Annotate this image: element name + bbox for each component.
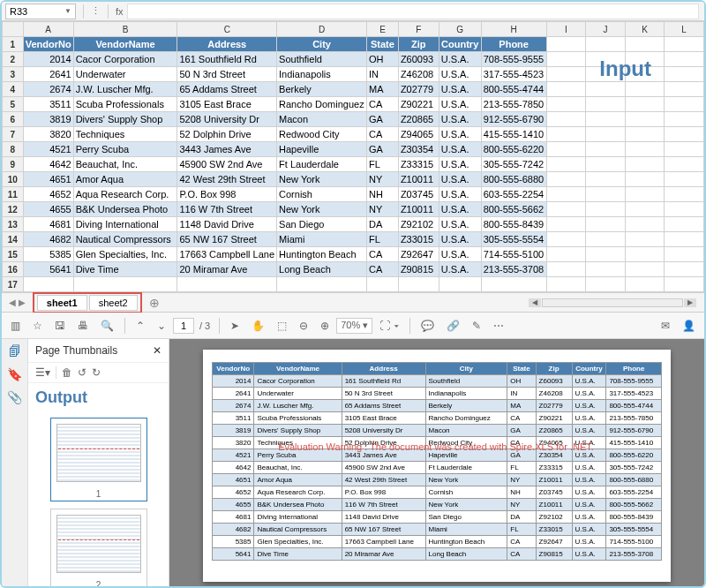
cell[interactable]: 800-555-6220 [481,142,546,157]
horizontal-scrollbar[interactable]: ◀ ▶ [528,298,704,307]
cell[interactable]: Z92647 [398,247,439,262]
expand-icon[interactable]: ⋮ [87,5,104,17]
cell[interactable] [586,277,626,292]
zoom-out-icon[interactable]: ⊖ [294,316,313,335]
column-header-row[interactable]: ABCDEFGHIJKL [3,22,704,37]
cell[interactable] [177,277,277,292]
cell[interactable] [586,217,626,232]
cell[interactable]: CA [367,127,399,142]
col-head[interactable]: C [177,22,277,37]
cell[interactable]: Cacor Corporation [73,52,177,67]
row-head[interactable]: 16 [3,262,24,277]
cell[interactable]: Z90221 [398,97,439,112]
cell[interactable]: U.S.A. [439,127,481,142]
row-head[interactable]: 4 [3,82,24,97]
row-head[interactable]: 11 [3,187,24,202]
cell[interactable] [665,112,704,127]
cell[interactable]: U.S.A. [439,157,481,172]
cell[interactable]: 52 Dolphin Drive [177,127,277,142]
cell[interactable]: Z33015 [398,232,439,247]
cell[interactable]: Ft Lauderdale [277,157,367,172]
cell[interactable]: 3443 James Ave [177,142,277,157]
col-head[interactable]: J [586,22,626,37]
cell[interactable]: Rancho Dominguez [277,97,367,112]
col-head[interactable]: I [546,22,585,37]
cell[interactable] [586,127,626,142]
cell[interactable] [546,262,585,277]
cell[interactable] [546,277,585,292]
col-head[interactable]: K [625,22,665,37]
cell[interactable] [665,142,704,157]
thumbnails-icon[interactable]: 🗐 [9,344,21,358]
attachment-icon[interactable]: 📎 [7,390,22,404]
cell[interactable]: 20 Miramar Ave [177,262,277,277]
cell[interactable] [665,232,704,247]
cell[interactable] [546,52,585,67]
cell[interactable]: Z20865 [398,112,439,127]
cell[interactable]: 17663 Campbell Lane [177,247,277,262]
cell[interactable] [546,172,585,187]
zoom-in-icon[interactable]: ⊕ [315,316,334,335]
cell[interactable] [625,217,665,232]
col-head[interactable]: D [277,22,367,37]
cell[interactable] [546,157,585,172]
rotate-ccw-icon[interactable]: ↺ [78,366,86,379]
cell[interactable]: MA [367,82,399,97]
cell[interactable] [665,202,704,217]
cell[interactable]: Redwood City [277,127,367,142]
cell[interactable] [546,67,585,82]
cell[interactable] [625,97,665,112]
cell[interactable]: Amor Aqua [73,172,177,187]
cell[interactable] [586,37,626,52]
edit-icon[interactable]: ✎ [467,316,486,335]
cell[interactable] [546,112,585,127]
cell[interactable]: Z33315 [398,157,439,172]
cell[interactable] [546,217,585,232]
cell[interactable] [625,232,665,247]
col-head[interactable]: G [439,22,481,37]
page-up-icon[interactable]: ⌃ [131,316,150,335]
cell[interactable] [625,262,665,277]
cell[interactable]: J.W. Luscher Mfg. [73,82,177,97]
cell[interactable]: U.S.A. [439,52,481,67]
cell[interactable]: 50 N 3rd Street [177,67,277,82]
cell[interactable]: Z10011 [398,172,439,187]
row-head[interactable]: 9 [3,157,24,172]
cell[interactable]: Z10011 [398,202,439,217]
zoom-select[interactable]: 70% ▾ [336,318,372,334]
link-icon[interactable]: 🔗 [441,316,465,335]
cell[interactable] [665,157,704,172]
cell[interactable]: P.O. Box 998 [177,187,277,202]
cell[interactable] [665,52,704,67]
cell[interactable] [625,247,665,262]
cell[interactable]: 3819 [23,112,73,127]
cell[interactable]: Berkely [277,82,367,97]
cell[interactable]: Z03745 [398,187,439,202]
cell[interactable] [398,277,439,292]
cell[interactable] [586,142,626,157]
tab-nav-prev[interactable]: ◀ ▶ [2,298,33,307]
cell[interactable] [665,37,704,52]
cell[interactable]: U.S.A. [439,67,481,82]
cell[interactable]: NY [367,172,399,187]
cell[interactable]: IN [367,67,399,82]
cell[interactable]: OH [367,52,399,67]
cell[interactable]: Huntington Beach [277,247,367,262]
cell[interactable]: 65 NW 167 Street [177,232,277,247]
cell[interactable]: GA [367,112,399,127]
comment-icon[interactable]: 💬 [416,316,439,335]
cell[interactable]: 912-555-6790 [481,112,546,127]
cell[interactable]: Hapeville [277,142,367,157]
row-head[interactable]: 15 [3,247,24,262]
cell[interactable] [665,127,704,142]
cell[interactable]: 800-555-5662 [481,202,546,217]
cell[interactable] [586,202,626,217]
cell[interactable]: CA [367,247,399,262]
cell[interactable]: Z94065 [398,127,439,142]
cell[interactable]: 317-555-4523 [481,67,546,82]
cell[interactable]: 45900 SW 2nd Ave [177,157,277,172]
cell[interactable] [625,82,665,97]
cell[interactable] [586,232,626,247]
page-number-input[interactable] [173,318,194,334]
scroll-left-icon[interactable]: ◀ [529,298,541,307]
